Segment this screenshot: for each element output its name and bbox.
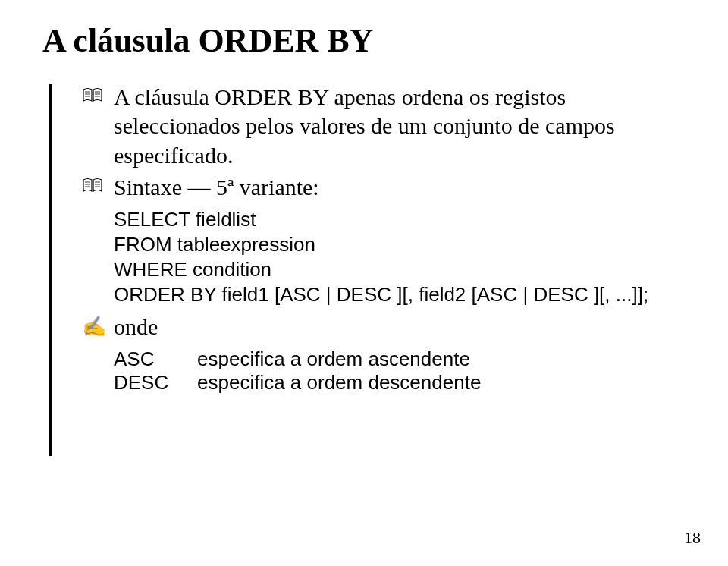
definitions-block: ASC especifica a ordem ascendente DESC e… (82, 347, 686, 395)
code-line: SELECT fieldlist (114, 207, 686, 232)
definition-value: especifica a ordem ascendente (197, 347, 470, 371)
slide: A cláusula ORDER BY A cláusula ORDER BY … (0, 0, 728, 566)
bullet-text: A cláusula ORDER BY apenas ordena os reg… (114, 83, 686, 170)
definition-key: ASC (114, 347, 197, 371)
code-line: FROM tableexpression (114, 232, 686, 257)
definition-row: DESC especifica a ordem descendente (114, 371, 686, 395)
sub-bullet-item: ✍ onde (82, 313, 686, 341)
hand-icon: ✍ (82, 317, 114, 337)
code-line: ORDER BY field1 [ASC | DESC ][, field2 [… (114, 282, 686, 307)
content-area: A cláusula ORDER BY apenas ordena os reg… (42, 83, 686, 395)
bullet-text: Sintaxe — 5ª variante: (114, 173, 319, 202)
vertical-rule (49, 84, 52, 456)
onde-label: onde (114, 313, 158, 341)
definition-value: especifica a ordem descendente (197, 371, 481, 395)
slide-title: A cláusula ORDER BY (42, 21, 686, 60)
bullet-item: A cláusula ORDER BY apenas ordena os reg… (82, 83, 686, 170)
code-line: WHERE condition (114, 257, 686, 282)
definition-row: ASC especifica a ordem ascendente (114, 347, 686, 371)
bullet-item: Sintaxe — 5ª variante: (82, 173, 686, 202)
page-number: 18 (684, 528, 701, 548)
book-icon (82, 173, 114, 196)
definition-key: DESC (114, 371, 197, 395)
book-icon (82, 83, 114, 105)
code-block: SELECT fieldlist FROM tableexpression WH… (82, 207, 686, 308)
